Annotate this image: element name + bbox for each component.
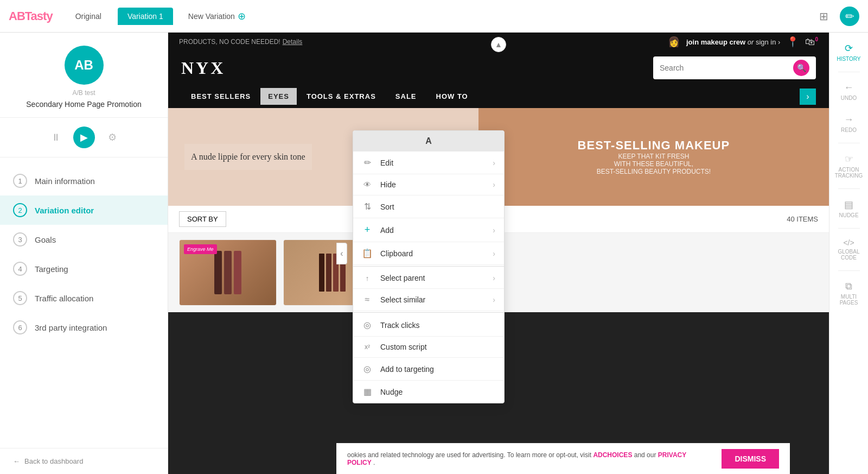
nav-arrow-button[interactable]: › <box>800 89 816 105</box>
dismiss-button[interactable]: DISMISS <box>722 449 779 469</box>
step-5[interactable]: 5 Traffic allocation <box>0 283 168 313</box>
select-parent-icon: ↑ <box>362 274 373 282</box>
history-icon: ⟳ <box>845 42 853 54</box>
step-6-num: 6 <box>13 320 27 334</box>
nyx-logo: NYX <box>181 58 225 78</box>
nudge-menu-icon: ▦ <box>362 387 373 397</box>
play-button[interactable]: ▶ <box>73 127 95 148</box>
multi-pages-tool[interactable]: ⧉ MULTI PAGES <box>832 275 866 311</box>
action-tracking-label: ACTION TRACKING <box>835 167 863 179</box>
adchoices-link[interactable]: ADCHOICES <box>593 451 632 459</box>
pause-button[interactable]: ⏸ <box>47 129 65 146</box>
menu-select-parent-label: Select parent <box>380 274 425 282</box>
tab-original[interactable]: Original <box>66 8 111 25</box>
site-header-right: 👩 join makeup crew or sign in › 📍 🛍0 <box>668 36 818 48</box>
history-tool[interactable]: ⟳ HISTORY <box>832 37 866 67</box>
redo-label: REDO <box>841 127 857 133</box>
left-sidebar: AB A/B test Secondary Home Page Promotio… <box>0 33 168 474</box>
pause-icon: ⏸ <box>51 132 61 143</box>
select-similar-arrow: › <box>493 295 495 304</box>
nav-best-sellers[interactable]: BEST SELLERS <box>181 85 260 108</box>
undo-label: UNDO <box>841 95 857 101</box>
top-bar: ABTasty Original Variation 1 New Variati… <box>0 0 868 33</box>
undo-tool[interactable]: ← UNDO <box>832 77 866 106</box>
global-code-icon: </> <box>843 238 854 247</box>
nudge-tool-label: NUDGE <box>839 212 858 218</box>
sort-menu-icon: ⇅ <box>362 201 373 212</box>
action-tracking-tool[interactable]: ☞ ACTION TRACKING <box>832 148 866 184</box>
step-1-label: Main information <box>35 176 95 186</box>
nyx-nav: BEST SELLERS EYES TOOLS & EXTRAS SALE HO… <box>168 85 829 108</box>
play-icon: ▶ <box>80 131 88 143</box>
right-divider-3 <box>838 188 860 189</box>
nav-howto[interactable]: HOW TO <box>426 85 478 108</box>
step-4-label: Targeting <box>35 264 68 274</box>
menu-item-select-similar[interactable]: ≈ Select similar › <box>353 289 504 311</box>
clipboard-menu-icon: 📋 <box>362 248 373 258</box>
menu-item-select-parent[interactable]: ↑ Select parent › <box>353 268 504 289</box>
menu-item-add-targeting[interactable]: ◎ Add to targeting <box>353 358 504 381</box>
avatar-small-icon: 👩 <box>668 36 680 48</box>
multi-pages-label: MULTI PAGES <box>836 294 862 306</box>
nav-tools[interactable]: TOOLS & EXTRAS <box>297 85 386 108</box>
tab-variation1[interactable]: Variation 1 <box>118 8 173 25</box>
hero-right: BEST-SELLING MAKEUP KEEP THAT KIT FRESH … <box>478 108 829 206</box>
menu-sort-label: Sort <box>380 203 394 211</box>
step-1[interactable]: 1 Main information <box>0 166 168 195</box>
cookie-banner: ookies and related technology are used f… <box>336 443 790 474</box>
step-4[interactable]: 4 Targeting <box>0 254 168 283</box>
menu-item-clipboard[interactable]: 📋 Clipboard › <box>353 242 504 265</box>
hero-cta-sub2: WITH THESE BEAUTIFUL, <box>578 160 730 168</box>
chevron-up-icon: ▲ <box>495 40 502 49</box>
clipboard-arrow-icon: › <box>493 249 495 258</box>
history-label: HISTORY <box>837 56 860 62</box>
logo-ab: AB <box>9 9 25 23</box>
cart-icon: 🛍0 <box>805 36 818 48</box>
hero-cta: BEST-SELLING MAKEUP KEEP THAT KIT FRESH … <box>578 138 730 175</box>
step-1-num: 1 <box>13 174 27 188</box>
chevron-left-icon: ‹ <box>340 249 343 258</box>
step-5-label: Traffic allocation <box>35 294 93 303</box>
banner-details-link[interactable]: Details <box>283 38 303 46</box>
step-3-num: 3 <box>13 232 27 247</box>
menu-item-edit[interactable]: ✏ Edit › <box>353 151 504 174</box>
menu-add-label: Add <box>380 226 394 235</box>
hero-cta-title: BEST-SELLING MAKEUP <box>578 138 730 153</box>
back-to-dashboard[interactable]: ← Back to dashboard <box>0 448 168 474</box>
search-button[interactable]: 🔍 <box>793 60 809 76</box>
menu-item-nudge[interactable]: ▦ Nudge <box>353 381 504 403</box>
step-2[interactable]: 2 Variation editor <box>0 195 168 225</box>
menu-item-track-clicks[interactable]: ◎ Track clicks <box>353 314 504 337</box>
device-toggle-button[interactable]: ⊞ <box>814 7 833 26</box>
nudge-tool[interactable]: ▤ NUDGE <box>832 193 866 224</box>
menu-item-sort[interactable]: ⇅ Sort <box>353 195 504 218</box>
redo-tool[interactable]: → REDO <box>832 109 866 138</box>
cookie-dot: . <box>373 459 375 466</box>
right-divider-2 <box>838 143 860 143</box>
menu-item-hide[interactable]: 👁 Hide › <box>353 174 504 195</box>
menu-item-add[interactable]: + Add › <box>353 218 504 242</box>
nav-eyes[interactable]: EYES <box>260 88 297 105</box>
nav-sale[interactable]: SALE <box>386 85 426 108</box>
panel-left-chevron[interactable]: ‹ <box>336 243 347 264</box>
edit-menu-icon: ✏ <box>362 157 373 168</box>
global-code-tool[interactable]: </> GLOBAL CODE <box>832 233 866 266</box>
search-input[interactable] <box>660 64 789 72</box>
test-name-label: Secondary Home Page Promotion <box>26 100 141 109</box>
menu-item-custom-script[interactable]: x² Custom script <box>353 337 504 358</box>
step-6[interactable]: 6 3rd party integration <box>0 313 168 342</box>
nyx-header: NYX 🔍 <box>168 51 829 85</box>
add-targeting-icon: ◎ <box>362 364 373 374</box>
settings-button[interactable]: ⚙ <box>104 129 121 146</box>
step-6-label: 3rd party integration <box>35 323 107 332</box>
step-3[interactable]: 3 Goals <box>0 225 168 254</box>
collapse-arrow[interactable]: ▲ <box>491 37 506 52</box>
sort-by-button[interactable]: SORT BY <box>179 211 226 227</box>
edit-button[interactable]: ✏ <box>840 7 859 26</box>
step-3-label: Goals <box>35 235 56 244</box>
main-layout: AB A/B test Secondary Home Page Promotio… <box>0 33 868 474</box>
tab-new-variation[interactable]: New Variation ⊕ <box>180 6 254 27</box>
context-separator-2 <box>353 312 504 313</box>
nudge-tool-icon: ▤ <box>844 199 853 211</box>
settings-icon: ⚙ <box>108 131 117 143</box>
